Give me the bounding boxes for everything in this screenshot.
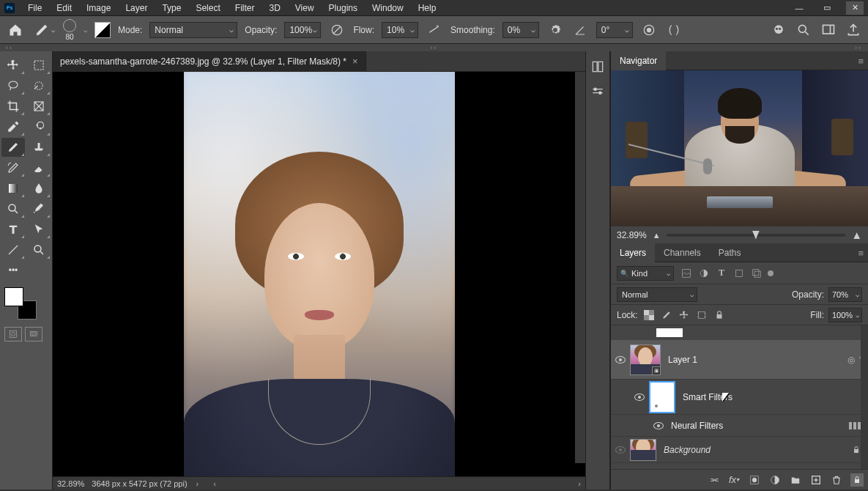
cloud-docs-icon[interactable] — [770, 21, 787, 39]
filter-smart-icon[interactable] — [750, 267, 763, 280]
link-layers-icon[interactable]: ⫘ — [707, 473, 720, 487]
maximize-button[interactable]: ▭ — [818, 1, 836, 15]
crop-tool[interactable] — [1, 97, 25, 116]
new-layer-icon[interactable] — [809, 473, 823, 487]
layer-opacity-input[interactable]: 70% — [828, 287, 862, 302]
history-panel-icon[interactable] — [590, 59, 606, 75]
background-layer-name[interactable]: Background — [664, 445, 711, 455]
fill-input[interactable]: 100% — [828, 308, 862, 322]
status-zoom[interactable]: 32.89% — [57, 479, 84, 488]
adjustment-layer-icon[interactable] — [768, 473, 782, 487]
filter-shape-icon[interactable] — [732, 267, 746, 280]
layer-fx-icon[interactable]: fx▾ — [727, 473, 741, 487]
menu-layer[interactable]: Layer — [118, 1, 155, 15]
quick-select-tool[interactable] — [27, 76, 51, 95]
workspace-icon[interactable] — [820, 21, 837, 39]
menu-window[interactable]: Window — [365, 1, 411, 15]
visibility-toggle-icon[interactable] — [615, 356, 626, 363]
eyedropper-tool[interactable] — [1, 117, 25, 136]
canvas-viewport[interactable] — [53, 72, 585, 476]
lock-icon[interactable] — [852, 446, 861, 454]
filter-mask-strip[interactable] — [611, 325, 868, 340]
adjustments-panel-icon[interactable] — [590, 84, 606, 100]
panel-collapse-grip[interactable]: ‹‹‹‹›› — [0, 44, 868, 51]
lock-footer-icon[interactable] — [850, 473, 864, 487]
menu-select[interactable]: Select — [188, 1, 227, 15]
canvas-scrollbar-vertical[interactable] — [575, 72, 585, 463]
menu-plugins[interactable]: Plugins — [322, 1, 365, 15]
lock-artboard-icon[interactable] — [695, 309, 708, 322]
share-icon[interactable] — [845, 21, 862, 39]
quickmask-toggle[interactable] — [4, 327, 22, 342]
marquee-tool[interactable] — [27, 56, 51, 75]
gradient-tool[interactable] — [1, 179, 25, 198]
lock-position-icon[interactable] — [678, 309, 691, 322]
delete-layer-icon[interactable] — [830, 473, 843, 487]
screenmode-toggle[interactable] — [25, 327, 42, 342]
visibility-toggle-icon[interactable] — [615, 446, 626, 454]
type-tool[interactable] — [1, 220, 25, 239]
filter-pixel-icon[interactable] — [680, 267, 693, 280]
history-brush-tool[interactable] — [1, 158, 25, 177]
pressure-opacity-icon[interactable] — [328, 21, 346, 39]
home-icon[interactable] — [6, 21, 25, 39]
zoom-tool[interactable] — [27, 240, 51, 259]
edit-toolbar[interactable]: ••• — [1, 261, 25, 280]
brush-preset-picker[interactable]: 80 — [63, 19, 76, 41]
symmetry-icon[interactable] — [665, 21, 683, 39]
document-close-icon[interactable]: × — [352, 56, 358, 67]
lasso-tool[interactable] — [1, 76, 25, 95]
layer-row-neuralfilters[interactable]: Neural Filters — [611, 415, 868, 437]
neural-filters-label[interactable]: Neural Filters — [671, 421, 723, 431]
layer-thumbnail[interactable]: ▣ — [630, 344, 661, 375]
menu-edit[interactable]: Edit — [49, 1, 79, 15]
clone-stamp-tool[interactable] — [27, 138, 51, 157]
filter-type-icon[interactable]: T — [715, 267, 728, 280]
status-scroll-left[interactable]: ‹ — [213, 479, 216, 488]
color-swatches[interactable] — [4, 287, 37, 320]
visibility-toggle-icon[interactable] — [634, 394, 645, 401]
navigator-preview[interactable] — [611, 70, 868, 226]
zoom-in-icon[interactable]: ▲ — [851, 229, 862, 241]
frame-tool[interactable] — [27, 97, 51, 116]
tab-channels[interactable]: Channels — [655, 243, 710, 262]
smoothing-gear-icon[interactable] — [546, 21, 564, 39]
eraser-tool[interactable] — [27, 158, 51, 177]
group-icon[interactable] — [789, 473, 802, 487]
menu-help[interactable]: Help — [411, 1, 444, 15]
brush-tool[interactable] — [1, 138, 25, 157]
pen-tool[interactable] — [27, 199, 51, 218]
close-button[interactable]: ✕ — [846, 1, 864, 15]
angle-icon[interactable] — [571, 21, 589, 39]
path-select-tool[interactable] — [27, 220, 51, 239]
flow-input[interactable]: 10% — [382, 22, 418, 38]
menu-image[interactable]: Image — [79, 1, 118, 15]
mode-select[interactable]: Normal — [149, 22, 237, 38]
filter-link-icon[interactable]: ◎ — [847, 355, 855, 365]
opacity-input[interactable]: 100% — [284, 22, 321, 38]
filter-toggle-icon[interactable] — [768, 270, 774, 276]
status-arrow-icon[interactable]: › — [196, 479, 199, 488]
layer-row-background[interactable]: Background — [611, 437, 868, 463]
layers-menu-icon[interactable]: ≡ — [858, 248, 864, 259]
angle-input[interactable]: 0° — [596, 22, 633, 38]
shape-tool[interactable] — [1, 240, 25, 259]
menu-view[interactable]: View — [288, 1, 322, 15]
zoom-out-icon[interactable]: ▲ — [653, 231, 661, 240]
foreground-swatch[interactable] — [4, 287, 23, 306]
status-scroll-right[interactable]: › — [578, 479, 581, 488]
tab-layers[interactable]: Layers — [611, 243, 655, 262]
brush-blend-icon[interactable] — [94, 22, 111, 38]
navigator-zoom-slider[interactable] — [667, 234, 846, 237]
navigator-zoom-value[interactable]: 32.89% — [617, 230, 647, 240]
menu-filter[interactable]: Filter — [228, 1, 262, 15]
healing-tool[interactable] — [27, 117, 51, 136]
move-tool[interactable] — [1, 56, 25, 75]
menu-file[interactable]: File — [21, 1, 49, 15]
layer-filter-kind[interactable]: Kind — [617, 266, 674, 281]
layer-name[interactable]: Layer 1 — [668, 355, 697, 365]
visibility-toggle-icon[interactable] — [653, 422, 664, 429]
blur-tool[interactable] — [27, 179, 51, 198]
document-tab[interactable]: pexels-samantha-garrote-2467389.jpg @ 32… — [53, 51, 366, 72]
brush-tool-indicator[interactable]: ⌵ — [32, 20, 56, 40]
